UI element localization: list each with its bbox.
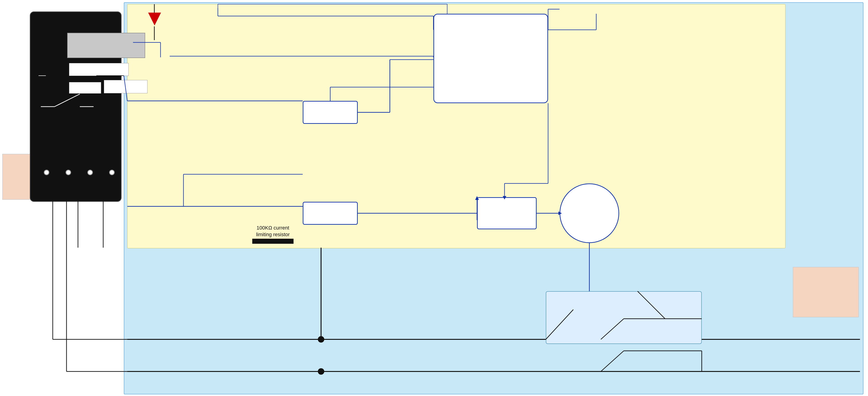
svg-line-1 — [55, 94, 80, 106]
power-box-lower — [303, 202, 358, 225]
mcb-box — [546, 291, 702, 344]
meter-display — [67, 33, 145, 58]
meter-switch-symbol — [38, 87, 98, 110]
meter-controller-signal — [69, 63, 129, 76]
power-box-upper — [303, 101, 358, 124]
resistor-lower-label: 100KΩ currentlimiting resistor — [252, 225, 293, 244]
meter-resistor-top — [104, 80, 148, 93]
red-control-indicator — [148, 12, 161, 26]
terminal-4 — [109, 170, 115, 175]
terminal-2 — [66, 170, 71, 175]
terminal-3 — [87, 170, 93, 175]
terminal-1 — [44, 170, 49, 175]
meter-terminals — [35, 170, 123, 175]
motor-driver-box — [477, 197, 537, 229]
dc-motor-box — [560, 183, 619, 243]
mcu-box — [433, 14, 548, 103]
power-output-label — [793, 267, 859, 317]
